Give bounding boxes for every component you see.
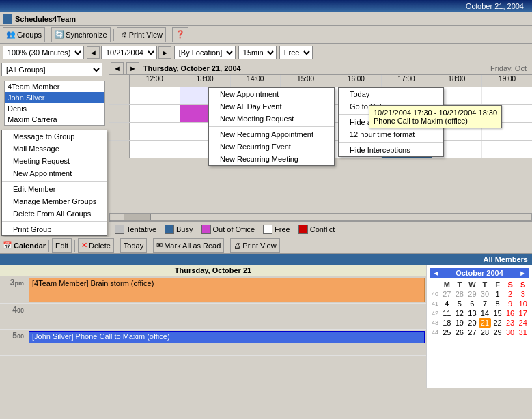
cal-day[interactable]: 19 — [453, 318, 466, 328]
hide-interceptions-item[interactable]: Hide Interceptions — [339, 144, 443, 156]
cal-day[interactable]: 27 — [440, 289, 453, 299]
cal-day[interactable]: 14 — [479, 308, 492, 318]
prev-date-button[interactable]: ◄ — [87, 46, 100, 59]
group-select[interactable]: [All Groups] — [1, 63, 102, 76]
cal-day[interactable]: 29 — [491, 328, 504, 337]
sync-icon: 🔄 — [55, 30, 64, 39]
delete-from-all-groups-item[interactable]: Delete From All Groups — [2, 207, 107, 220]
cal-day[interactable]: 13 — [466, 308, 479, 318]
message-to-group-item[interactable]: Message to Group — [2, 130, 107, 143]
tentative-label: Tentative — [126, 225, 156, 233]
out-of-office-box — [201, 225, 211, 234]
time-label: 3pm — [0, 276, 27, 303]
new-recurring-meeting-item[interactable]: New Recurring Meeting — [209, 153, 334, 165]
cal-day[interactable]: 28 — [453, 289, 466, 299]
cal-day[interactable]: 22 — [491, 318, 504, 328]
manage-member-groups-item[interactable]: Manage Member Groups — [2, 195, 107, 207]
scrollbar-thumb[interactable] — [124, 214, 151, 220]
cal-day[interactable]: 27 — [466, 328, 479, 337]
cal-day[interactable]: 7 — [479, 299, 492, 308]
meeting-request-item[interactable]: Meeting Request — [2, 155, 107, 167]
out-of-office-label: Out of Office — [213, 225, 255, 233]
edit-member-item[interactable]: Edit Member — [2, 183, 107, 195]
grid-next-button[interactable]: ► — [126, 62, 139, 74]
cal-day[interactable]: 17 — [516, 308, 529, 318]
mini-cal-prev[interactable]: ◄ — [432, 269, 440, 277]
tooltip-line1: 10/21/2004 17:30 - 10/21/2004 18:30 — [374, 109, 497, 117]
context-menu-member: Message to Group Mail Message Meeting Re… — [1, 130, 107, 236]
sun-header: S — [516, 280, 529, 289]
cal-day[interactable]: 2 — [504, 289, 517, 299]
time-label: 500 — [0, 330, 27, 355]
interval-select[interactable]: 15min — [238, 46, 277, 59]
cal-day[interactable]: 24 — [516, 318, 529, 328]
cal-day[interactable]: 30 — [479, 289, 492, 299]
slot-content — [27, 304, 426, 329]
cal-day[interactable]: 30 — [504, 328, 517, 337]
date-select[interactable]: 10/21/2004 — [101, 46, 157, 59]
cal-day[interactable]: 28 — [479, 328, 492, 337]
cal-day[interactable]: 29 — [466, 289, 479, 299]
print-view-button[interactable]: 🖨 Print View — [117, 27, 166, 42]
week-number: 42 — [430, 308, 440, 318]
new-recurring-appointment-item[interactable]: New Recurring Appointment — [209, 128, 334, 141]
all-members-header: All Members — [0, 254, 532, 265]
cal-day[interactable]: 9 — [504, 299, 517, 308]
cal-day[interactable]: 5 — [453, 299, 466, 308]
location-select[interactable]: [By Location] — [174, 46, 236, 59]
12-hour-format-item[interactable]: 12 hour time format — [339, 128, 443, 141]
next-date-button[interactable]: ► — [158, 46, 171, 59]
zoom-select[interactable]: 100% (30 Minutes) — [3, 46, 84, 59]
mini-cal-next[interactable]: ► — [519, 269, 527, 277]
new-appointment-item[interactable]: New Appointment — [2, 167, 107, 179]
free-select[interactable]: Free — [279, 46, 313, 59]
member-item-selected[interactable]: John Silver — [5, 92, 104, 103]
menu-separator — [2, 221, 107, 222]
cal-day[interactable]: 15 — [491, 308, 504, 318]
horizontal-scrollbar[interactable] — [109, 213, 532, 221]
member-item[interactable]: Denis — [5, 103, 104, 114]
sync-button[interactable]: 🔄 Synchronize — [51, 27, 111, 42]
new-recurring-event-item[interactable]: New Recurring Event — [209, 141, 334, 153]
member-item[interactable]: Maxim Carrera — [5, 114, 104, 125]
bottom-print-view-button[interactable]: 🖨 Print View — [230, 238, 279, 253]
help-button[interactable]: ❓ — [172, 27, 188, 42]
delete-button[interactable]: ✕ Delete — [78, 238, 114, 253]
cal-day-today[interactable]: 21 — [479, 318, 492, 328]
mini-cal-month-year: October 2004 — [456, 269, 503, 277]
cal-day[interactable]: 10 — [516, 299, 529, 308]
cal-day[interactable]: 6 — [466, 299, 479, 308]
print-group-item[interactable]: Print Group — [2, 223, 107, 235]
today-button[interactable]: Today — [120, 238, 147, 253]
calendar-event-blue[interactable]: [John Silver] Phone Call to Maxim (offic… — [29, 331, 425, 343]
today-item[interactable]: Today — [339, 88, 443, 100]
edit-button[interactable]: Edit — [52, 238, 72, 253]
new-meeting-request-item[interactable]: New Meeting Request — [209, 113, 334, 125]
cal-day[interactable]: 4 — [440, 299, 453, 308]
calendar-event-orange[interactable]: [4Team Member] Brain storm (office) — [29, 278, 425, 302]
mail-message-item[interactable]: Mail Message — [2, 143, 107, 155]
mark-all-read-button[interactable]: ✉ Mark All as Read — [153, 238, 224, 253]
cal-day[interactable]: 23 — [504, 318, 517, 328]
cal-day[interactable]: 11 — [440, 308, 453, 318]
cal-day[interactable]: 26 — [453, 328, 466, 337]
s4t-title: Schedules4Team — [15, 15, 76, 23]
cal-day[interactable]: 31 — [516, 328, 529, 337]
cal-day[interactable]: 18 — [440, 318, 453, 328]
new-all-day-event-item[interactable]: New All Day Event — [209, 100, 334, 113]
cal-day[interactable]: 25 — [440, 328, 453, 337]
event-tooltip: 10/21/2004 17:30 - 10/21/2004 18:30 Phon… — [369, 105, 502, 128]
member-item[interactable]: 4Team Member — [5, 81, 104, 92]
cal-day[interactable]: 12 — [453, 308, 466, 318]
time-col: 19:00 — [482, 75, 532, 87]
tue-header: T — [453, 280, 466, 289]
cal-day[interactable]: 20 — [466, 318, 479, 328]
cal-day[interactable]: 1 — [491, 289, 504, 299]
title-bar: October 21, 2004 — [0, 0, 532, 12]
groups-button[interactable]: 👥 Groups — [3, 27, 45, 42]
cal-day[interactable]: 8 — [491, 299, 504, 308]
grid-prev-button[interactable]: ◄ — [111, 62, 124, 74]
new-appointment-menu-item[interactable]: New Appointment — [209, 88, 334, 100]
cal-day[interactable]: 3 — [516, 289, 529, 299]
cal-day[interactable]: 16 — [504, 308, 517, 318]
